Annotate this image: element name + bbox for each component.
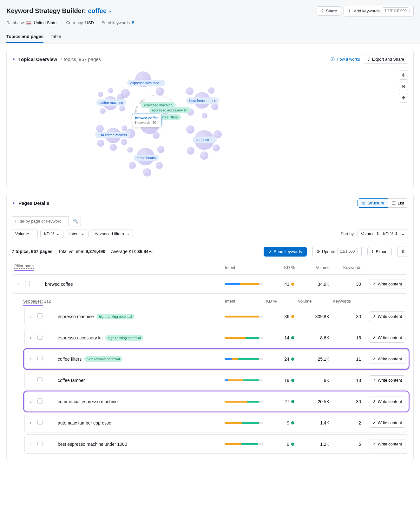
arrow-icon: ↗ [372, 442, 376, 446]
write-content-button[interactable]: ↗Write content [369, 311, 405, 321]
intent-bar [225, 443, 263, 445]
share-button[interactable]: ⇪ Share [317, 6, 341, 16]
row-name[interactable]: brewed coffee [45, 282, 221, 287]
row-name[interactable]: espresso machinehigh ranking potential [58, 314, 221, 319]
bubble[interactable] [108, 88, 113, 93]
row-name[interactable]: automatic tamper espresso [58, 420, 221, 425]
seed-count-link[interactable]: 5 [132, 20, 134, 25]
hrp-badge: high ranking potential [105, 335, 144, 341]
write-content-button[interactable]: ↗Write content [369, 439, 405, 449]
row-checkbox[interactable] [37, 398, 43, 404]
bubble-label-beans[interactable]: cofee beans [134, 155, 159, 161]
bubble[interactable] [186, 87, 194, 95]
tab-topics-pages[interactable]: Topics and pages [6, 31, 43, 43]
bubble[interactable] [119, 106, 125, 111]
seed-dropdown[interactable]: coffee ⌄ [88, 7, 112, 15]
filter-search-button[interactable]: 🔍 [71, 216, 81, 226]
filter-advanced[interactable]: Advanced filters⌄ [91, 230, 133, 238]
bubble[interactable] [187, 147, 194, 155]
bubble-label-cappuccino[interactable]: cappuccino [193, 137, 217, 143]
bubble[interactable] [143, 168, 151, 177]
write-content-button[interactable]: ↗Write content [369, 354, 405, 364]
update-quota: 11/1,000 [337, 248, 358, 255]
reset-view-button[interactable]: ✥ [399, 93, 408, 103]
expand-toggle[interactable]: › [27, 421, 34, 425]
bubble[interactable] [121, 125, 127, 131]
add-keywords-button[interactable]: ⭳ Add keywords 7,191/10,000 [344, 5, 414, 17]
row-name[interactable]: best espresso machine under 1000 [58, 442, 221, 447]
intent-bar [225, 422, 263, 424]
bubble[interactable] [110, 144, 117, 151]
export-icon: ⤴ [368, 57, 370, 62]
bubble-label-esp-kit[interactable]: espresso accessory kit [149, 107, 190, 113]
row-checkbox[interactable] [25, 281, 30, 286]
expand-toggle[interactable]: › [27, 336, 34, 340]
expand-toggle[interactable]: › [27, 314, 34, 319]
send-keywords-button[interactable]: ↗ Send keywords [264, 247, 307, 257]
row-name[interactable]: commercial espresso machine [58, 399, 221, 404]
row-name[interactable]: coffee filtershigh ranking potential [58, 356, 221, 362]
expand-toggle[interactable]: › [27, 357, 34, 361]
export-icon: ⤴ [371, 249, 374, 254]
row-name[interactable]: espresso accessory kithigh ranking poten… [58, 335, 221, 341]
bubble[interactable] [96, 125, 104, 132]
row-checkbox[interactable] [37, 420, 43, 425]
bubble[interactable] [121, 139, 127, 145]
expand-toggle[interactable]: › [27, 378, 34, 383]
bubble[interactable] [97, 140, 104, 147]
bubble[interactable] [156, 87, 164, 96]
row-name[interactable]: coffee tamper [58, 378, 221, 383]
bubble-label-usa[interactable]: usa coffee makers [95, 132, 130, 138]
topic-bubble-map[interactable]: ⊕ ⊖ ✥ subs topic pillar [10, 68, 410, 183]
bubble[interactable] [153, 132, 160, 139]
row-checkbox[interactable] [37, 377, 43, 382]
write-content-button[interactable]: ↗Write content [369, 279, 405, 289]
row-checkbox[interactable] [37, 441, 43, 446]
bubble[interactable] [211, 103, 218, 110]
bubble[interactable] [156, 162, 163, 169]
expand-toggle[interactable]: › [15, 282, 22, 286]
zoom-out-button[interactable]: ⊖ [399, 82, 408, 91]
export-button[interactable]: ⤴ Export [367, 247, 392, 256]
bubble[interactable] [213, 144, 220, 151]
bubble[interactable] [100, 108, 106, 114]
kd-dot [291, 421, 294, 424]
filter-input[interactable] [12, 216, 69, 226]
bubble[interactable] [186, 125, 194, 134]
keywords-cell: 15 [332, 335, 361, 340]
bubble[interactable] [127, 147, 133, 153]
zoom-in-button[interactable]: ⊕ [399, 70, 408, 80]
bubble[interactable] [200, 151, 208, 160]
write-content-button[interactable]: ↗Write content [369, 333, 405, 343]
tab-table[interactable]: Table [50, 31, 61, 43]
write-content-button[interactable]: ↗Write content [369, 375, 405, 385]
bubble-label-french[interactable]: best french press [186, 97, 219, 104]
expand-toggle[interactable]: › [27, 399, 34, 404]
arrow-icon: ↗ [372, 399, 376, 404]
view-structure-button[interactable]: ▤ Structure [358, 198, 388, 208]
table-row: › automatic tamper espresso 9 1.4K 2 ↗Wr… [24, 413, 408, 432]
how-it-works-link[interactable]: ⓘ How it works [331, 57, 360, 62]
write-content-button[interactable]: ↗Write content [369, 418, 405, 428]
write-content-button[interactable]: ↗Write content [369, 397, 405, 406]
filter-intent[interactable]: Intent⌄ [66, 230, 89, 238]
delete-button[interactable]: 🗑 [397, 246, 408, 257]
view-list-button[interactable]: ☰ List [388, 198, 408, 208]
filter-volume[interactable]: Volume⌄ [12, 230, 38, 238]
expand-toggle[interactable]: › [27, 442, 34, 446]
row-checkbox[interactable] [37, 335, 43, 340]
bubble[interactable] [129, 162, 136, 169]
export-share-button[interactable]: ⤴ Export and Share [364, 55, 408, 64]
bubble[interactable] [208, 87, 214, 94]
bubble[interactable] [98, 92, 103, 97]
row-checkbox[interactable] [37, 356, 43, 361]
bubble-label-coffee-machine[interactable]: coffee machine [96, 99, 126, 106]
bubble[interactable] [202, 113, 207, 118]
filter-kd[interactable]: KD %⌄ [40, 230, 63, 238]
row-checkbox[interactable] [37, 313, 43, 318]
intent-bar [225, 316, 263, 318]
bubble-label-esp-steam[interactable]: espresso with stea... [127, 80, 165, 86]
sort-dropdown[interactable]: Volume ↧ - KD % ↧ ⌄ [358, 230, 408, 238]
update-button[interactable]: ⟳ Update 11/1,000 [312, 246, 362, 257]
bubble[interactable] [157, 146, 164, 153]
